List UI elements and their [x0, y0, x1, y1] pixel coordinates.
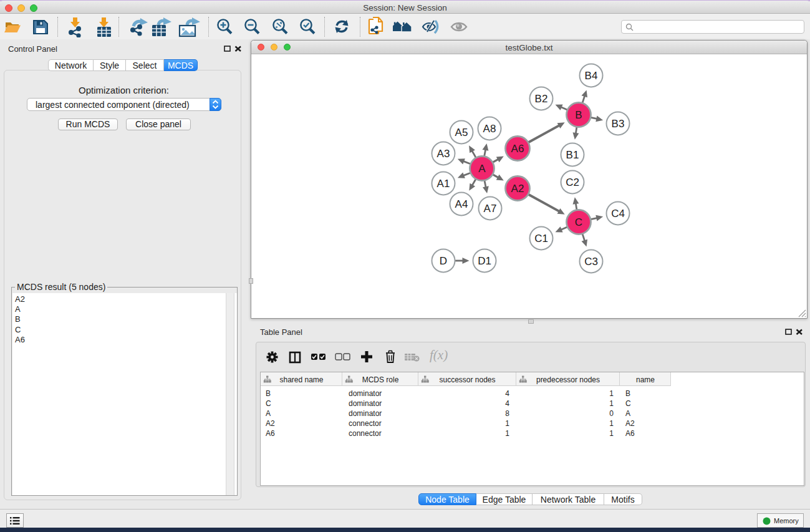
svg-text:A6: A6	[511, 143, 524, 155]
svg-text:A1: A1	[437, 178, 450, 190]
svg-text:C1: C1	[534, 233, 548, 244]
svg-text:B4: B4	[585, 70, 598, 82]
svg-text:B: B	[575, 109, 582, 121]
svg-text:B3: B3	[612, 118, 625, 130]
svg-text:C4: C4	[611, 208, 625, 220]
svg-text:B2: B2	[535, 93, 548, 105]
svg-text:D: D	[440, 255, 447, 267]
svg-text:C2: C2	[566, 177, 579, 188]
svg-text:D1: D1	[478, 255, 491, 267]
svg-text:A8: A8	[483, 123, 496, 135]
svg-text:B1: B1	[566, 149, 579, 161]
svg-text:A2: A2	[511, 183, 524, 195]
svg-text:A7: A7	[484, 203, 497, 215]
svg-text:A4: A4	[455, 198, 468, 210]
svg-text:C: C	[575, 216, 582, 228]
svg-text:A5: A5	[455, 127, 468, 138]
svg-text:A: A	[478, 163, 486, 175]
svg-text:A3: A3	[437, 148, 450, 160]
svg-text:C3: C3	[584, 256, 598, 268]
